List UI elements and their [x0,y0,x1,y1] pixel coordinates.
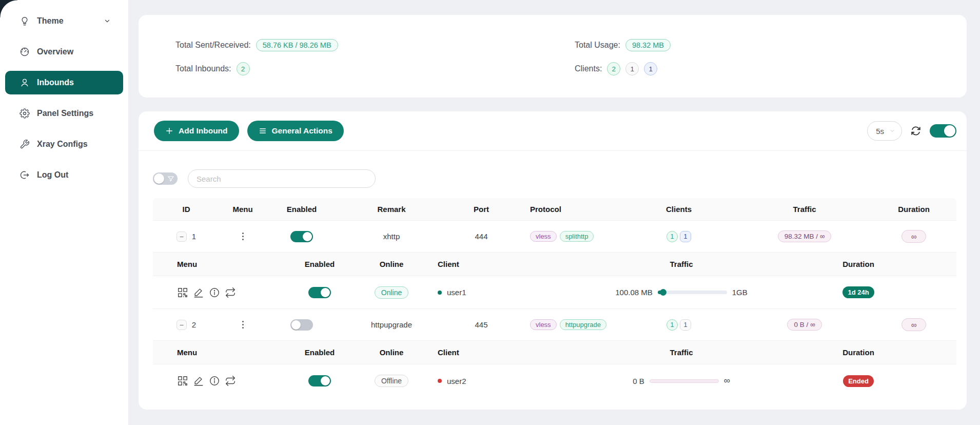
sub-header-client: Client [425,348,548,357]
filter-toggle[interactable] [153,172,178,185]
sidebar-item-theme[interactable]: Theme [5,9,123,33]
repeat-icon[interactable] [225,287,236,298]
client-count-badge: 1 [667,319,678,331]
stats-card: Total Sent/Received: 58.76 KB / 98.26 MB… [139,15,967,98]
general-actions-button[interactable]: General Actions [247,121,344,141]
user-icon [19,78,30,88]
inbound-remark: httpupgrade [338,320,445,329]
dashboard-icon [19,47,30,57]
inbound-port: 445 [445,320,517,329]
online-status-badge: Online [375,286,408,299]
window-corner-decoration [0,0,17,17]
traffic-total: 1GB [732,288,748,297]
refresh-button[interactable] [910,125,922,137]
inbound-traffic: 98.32 MB / ∞ [778,230,832,242]
sub-header-traffic: Traffic [548,260,815,268]
clients-label: Clients: [575,64,602,73]
toolbar: Add Inbound General Actions 5s [139,111,967,151]
wrench-icon [19,139,30,149]
sidebar-item-inbounds[interactable]: Inbounds [5,71,123,94]
table-header-row: ID Menu Enabled Remark Port Protocol Cli… [153,198,956,221]
total-usage-value: 98.32 MB [625,39,671,51]
header-remark: Remark [338,205,445,214]
inbound-enabled-toggle[interactable] [290,231,313,242]
table-row: − 1 xhttp 444 vless splithttp 1 1 [153,221,956,253]
info-icon[interactable] [209,375,220,387]
sub-header-enabled: Enabled [281,348,358,357]
clients-count-badge: 2 [607,62,620,75]
sidebar-item-label: Log Out [37,170,68,180]
edit-icon[interactable] [193,375,204,387]
protocol-tag: vless [530,231,557,242]
sub-header-online: Online [358,348,425,357]
search-input[interactable] [188,169,376,188]
header-menu: Menu [220,205,266,214]
inbounds-panel: Add Inbound General Actions 5s [139,111,967,410]
header-traffic: Traffic [738,205,871,214]
edit-icon[interactable] [193,287,204,298]
funnel-icon [167,175,174,182]
stats-right-column: Total Usage: 98.32 MB Clients: 2 1 1 [575,37,671,85]
total-inbounds-row: Total Inbounds: 2 [175,61,338,76]
row-menu-button[interactable] [240,230,246,242]
client-count-badge: 1 [680,231,691,242]
protocol-tag: vless [530,319,557,330]
refresh-interval-value: 5s [876,127,884,136]
total-usage-label: Total Usage: [575,41,620,50]
inbound-traffic: 0 B / ∞ [787,319,821,331]
total-usage-row: Total Usage: 98.32 MB [575,37,671,53]
gear-icon [19,108,30,119]
sidebar-item-overview[interactable]: Overview [5,40,123,64]
inbound-remark: xhttp [338,232,445,241]
sidebar-item-panel-settings[interactable]: Panel Settings [5,102,123,125]
qrcode-icon[interactable] [177,287,188,298]
row-menu-button[interactable] [240,319,246,331]
sidebar: Theme Overview Inbounds Panel Settings X… [0,0,128,425]
sidebar-item-xray-configs[interactable]: Xray Configs [5,132,123,156]
transport-tag: httpupgrade [560,319,606,330]
sub-header-client: Client [425,260,548,268]
sub-header-menu: Menu [153,348,281,357]
toolbar-right: 5s [867,121,956,141]
collapse-row-button[interactable]: − [177,320,187,330]
auto-refresh-toggle[interactable] [930,124,956,138]
qrcode-icon[interactable] [177,375,188,387]
header-enabled: Enabled [266,205,338,214]
sidebar-item-label: Xray Configs [37,140,88,149]
inbound-enabled-toggle[interactable] [290,319,313,331]
menu-lines-icon [259,127,267,135]
traffic-progress-bar [650,379,719,383]
clients-count-badge: 1 [644,62,657,75]
client-table-header: Menu Enabled Online Client Traffic Durat… [153,341,956,364]
add-inbound-button[interactable]: Add Inbound [154,121,239,141]
sub-header-duration: Duration [815,348,902,357]
logout-icon [19,170,30,180]
client-name: user2 [447,377,466,385]
client-table-header: Menu Enabled Online Client Traffic Durat… [153,253,956,276]
chevron-down-icon [104,17,111,25]
inbound-id: 2 [192,320,196,329]
sidebar-item-log-out[interactable]: Log Out [5,163,123,187]
total-sent-received-row: Total Sent/Received: 58.76 KB / 98.26 MB [175,37,338,53]
main-content: Total Sent/Received: 58.76 KB / 98.26 MB… [128,0,980,410]
client-status-dot [438,379,442,383]
client-row: Online user1 100.08 MB 1GB 1d 24h [153,276,956,309]
sub-header-traffic: Traffic [548,348,815,357]
repeat-icon[interactable] [225,375,236,387]
header-id: ID [153,205,220,214]
transport-tag: splithttp [560,231,594,242]
client-enabled-toggle[interactable] [308,375,331,387]
client-enabled-toggle[interactable] [308,287,331,298]
traffic-used: 0 B [633,377,644,385]
inbound-port: 444 [445,232,517,241]
refresh-interval-select[interactable]: 5s [867,121,902,141]
traffic-progress-bar [658,291,727,294]
chevron-down-icon [889,128,895,134]
stats-left-column: Total Sent/Received: 58.76 KB / 98.26 MB… [175,37,338,85]
refresh-icon [910,125,922,137]
traffic-total: ∞ [724,376,730,386]
collapse-row-button[interactable]: − [177,231,187,242]
info-icon[interactable] [209,287,220,298]
client-duration-badge: Ended [843,375,874,387]
client-count-badge: 1 [667,231,678,242]
